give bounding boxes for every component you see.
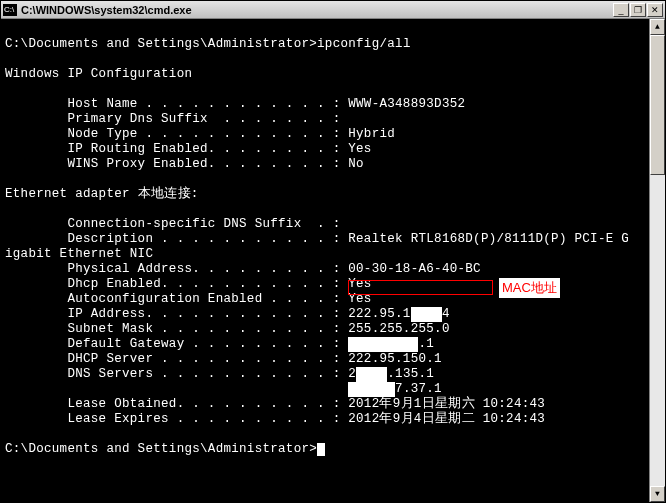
autoconfig-value: Yes — [348, 292, 371, 306]
ip-routing-value: Yes — [348, 142, 371, 156]
prompt-path: C:\Documents and Settings\Administrator> — [5, 37, 317, 51]
host-name-value: WWW-A348893D352 — [348, 97, 465, 111]
cursor — [317, 443, 325, 456]
gateway-value: .1 — [418, 337, 434, 351]
dns-server-value: 2 — [348, 367, 356, 381]
subnet-mask-value: 255.255.255.0 — [348, 322, 449, 336]
lease-obtained-value: 2012年9月1日星期六 10:24:43 — [348, 397, 545, 411]
close-button[interactable]: ✕ — [647, 3, 663, 17]
window-title: C:\WINDOWS\system32\cmd.exe — [21, 4, 192, 16]
ip-address-value: 222.95.1 — [348, 307, 410, 321]
prompt-path: C:\Documents and Settings\Administrator> — [5, 442, 317, 456]
cmd-icon: C:\ — [3, 4, 17, 16]
mac-address-value: 00-30-18-A6-40-BC — [348, 262, 481, 276]
maximize-button[interactable]: ❐ — [630, 3, 646, 17]
ipconfig-header: Windows IP Configuration — [5, 67, 192, 81]
redacted-block — [348, 382, 395, 397]
minimize-button[interactable]: _ — [613, 3, 629, 17]
nic-description: Realtek RTL8168D(P)/8111D(P) PCI-E G — [348, 232, 629, 246]
node-type-value: Hybrid — [348, 127, 395, 141]
dhcp-server-value: 222.95.150.1 — [348, 352, 442, 366]
terminal-output[interactable]: C:\Documents and Settings\Administrator>… — [1, 19, 649, 502]
wins-proxy-value: No — [348, 157, 364, 171]
redacted-block: . . — [348, 337, 418, 352]
scrollbar-track[interactable] — [650, 35, 665, 486]
lease-expires-value: 2012年9月4日星期二 10:24:43 — [348, 412, 545, 426]
cmd-window: C:\ C:\WINDOWS\system32\cmd.exe _ ❐ ✕ C:… — [0, 0, 666, 503]
scroll-down-button[interactable]: ▼ — [650, 486, 665, 502]
dhcp-enabled-value: Yes — [348, 277, 371, 291]
vertical-scrollbar[interactable]: ▲ ▼ — [649, 19, 665, 502]
redacted-block: . — [356, 367, 387, 382]
titlebar: C:\ C:\WINDOWS\system32\cmd.exe _ ❐ ✕ — [1, 1, 665, 19]
redacted-block: . — [411, 307, 442, 322]
adapter-header: Ethernet adapter 本地连接: — [5, 187, 199, 201]
scrollbar-thumb[interactable] — [650, 35, 665, 175]
scroll-up-button[interactable]: ▲ — [650, 19, 665, 35]
command-text: ipconfig/all — [317, 37, 411, 51]
